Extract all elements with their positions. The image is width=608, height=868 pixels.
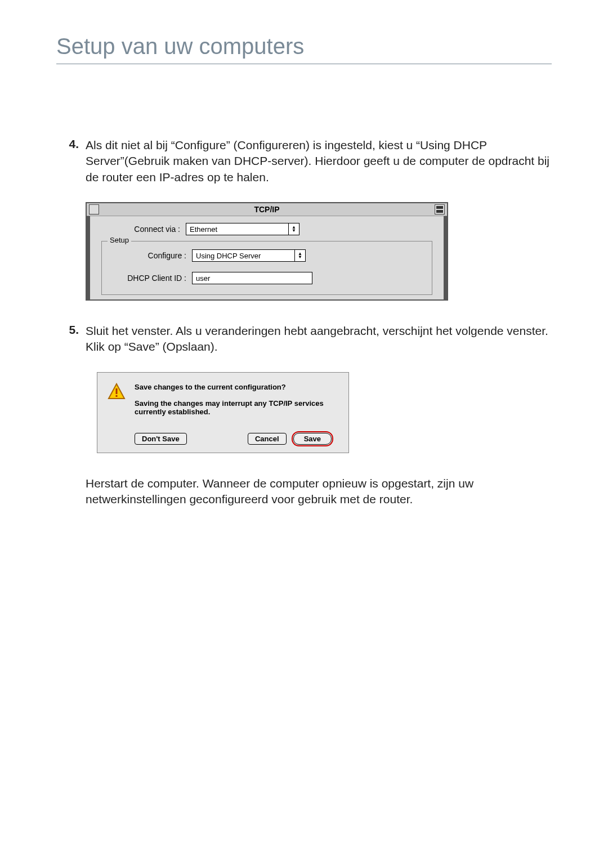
save-button[interactable]: Save — [293, 433, 332, 445]
cancel-button[interactable]: Cancel — [248, 433, 287, 445]
tcpip-panel-screenshot: TCP/IP Connect via : Ethernet ▲▼ Setup C… — [86, 202, 552, 301]
save-dialog: Save changes to the current configuratio… — [97, 372, 349, 453]
connect-via-label: Connect via : — [101, 225, 180, 234]
step-4-text: Als dit niet al bij “Configure” (Configu… — [86, 137, 552, 185]
step-4: 4. Als dit niet al bij “Configure” (Conf… — [56, 137, 552, 185]
close-box-icon[interactable] — [89, 204, 99, 214]
after-step-5: Herstart de computer. Wanneer de compute… — [56, 476, 552, 508]
setup-group: Setup Configure : Using DHCP Server ▲▼ D… — [101, 241, 432, 295]
connect-via-select[interactable]: Ethernet ▲▼ — [186, 223, 299, 235]
dhcp-client-id-input[interactable]: user — [192, 272, 312, 284]
tcpip-title: TCP/IP — [99, 205, 435, 214]
setup-legend: Setup — [108, 236, 131, 244]
step-4-number: 4. — [56, 137, 86, 185]
dialog-message-1: Save changes to the current configuratio… — [135, 383, 338, 391]
step-5: 5. Sluit het venster. Als u veranderinge… — [56, 323, 552, 355]
dhcp-client-id-value: user — [196, 274, 210, 283]
connect-via-value: Ethernet — [186, 225, 288, 234]
page-title: Setup van uw computers — [56, 34, 552, 64]
dropdown-arrows-icon: ▲▼ — [288, 223, 299, 235]
dialog-message-2: Saving the changes may interrupt any TCP… — [135, 399, 338, 416]
save-dialog-screenshot: Save changes to the current configuratio… — [86, 372, 552, 453]
svg-rect-2 — [116, 395, 118, 397]
configure-value: Using DHCP Server — [193, 252, 294, 260]
configure-label: Configure : — [108, 251, 186, 260]
step-5-text: Sluit het venster. Als u veranderingen h… — [86, 323, 552, 355]
after-step-5-text: Herstart de computer. Wanneer de compute… — [86, 476, 552, 508]
windowshade-icon[interactable] — [435, 204, 445, 214]
alert-icon — [108, 383, 126, 401]
dhcp-client-id-label: DHCP Client ID : — [108, 274, 186, 283]
svg-rect-1 — [116, 388, 118, 394]
dropdown-arrows-icon: ▲▼ — [294, 250, 305, 261]
dont-save-button[interactable]: Don't Save — [135, 433, 187, 445]
step-5-number: 5. — [56, 323, 86, 355]
tcpip-window: TCP/IP Connect via : Ethernet ▲▼ Setup C… — [86, 202, 448, 301]
configure-select[interactable]: Using DHCP Server ▲▼ — [192, 249, 306, 262]
tcpip-titlebar: TCP/IP — [87, 203, 447, 216]
